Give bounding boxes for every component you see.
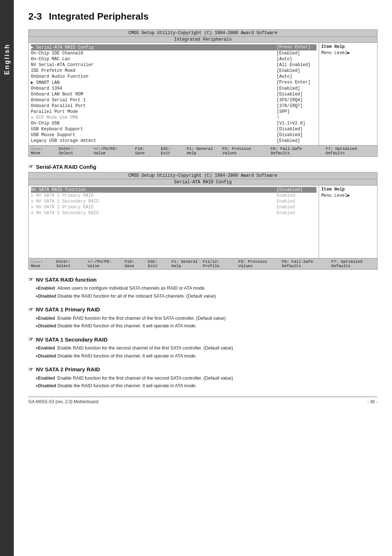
bios-f10: F10: Save	[135, 147, 155, 155]
table-row: ▶ SMART LAN[Press Enter]	[31, 79, 317, 86]
desc-text: Enable RAID function for the first chann…	[57, 315, 377, 322]
main-content: 2-3 Integrated Peripherals CMOS Setup Ut…	[14, 0, 392, 419]
row-label: ▶ SMART LAN	[31, 80, 273, 85]
table-row: x NV SATA 2 Secondary RAIDEnabled	[31, 210, 317, 216]
row-label: NV SATA RAID function	[31, 187, 273, 192]
bios-footer-right: F5: Previous Values F6: Fail-Safe Defaul…	[222, 147, 375, 155]
bios-raid-subtitle: Serial-ATA RAID Config	[29, 179, 377, 185]
desc-text: Enable RAID function for the first chann…	[57, 375, 377, 382]
row-value: [Disabled]	[273, 92, 317, 97]
list-item: »EnabledEnable RAID function for the fir…	[28, 375, 377, 382]
row-label: x NV SATA 1 Secondary RAID	[31, 199, 273, 204]
nv-sata2-primary-desc: »EnabledEnable RAID function for the fir…	[28, 375, 377, 390]
raid-f6: F6: Fail-Safe Defaults	[282, 259, 325, 268]
row-label: On-Chip MAC Lan	[31, 57, 273, 62]
row-value: [378/IRQ7]	[273, 103, 317, 109]
row-value: [Enabled]	[273, 68, 317, 73]
desc-text: Disable the RAID function of this channe…	[57, 383, 377, 389]
bios-f7: F7: Optimized Defaults	[326, 147, 375, 155]
bios-help-col: Item Help Menu Level▶	[319, 43, 377, 145]
table-row: Onboard LAN Boot ROM[Disabled]	[31, 91, 317, 97]
bullet-label: »Enabled	[28, 285, 57, 292]
section-serial-ata-header: ☞ Serial-ATA RAID Config	[28, 163, 377, 170]
desc-text: Enable RAID function for the second chan…	[57, 345, 377, 352]
nv-sata1-primary-arrow-icon: ☞	[28, 306, 33, 313]
table-row: On-Chip IDE Channel0[Enabled]	[31, 50, 317, 56]
help-menu-level: Menu Level▶	[321, 50, 375, 56]
row-value: Enabled	[273, 199, 317, 204]
bullet-label: »Disabled	[28, 293, 57, 300]
row-value: [3F8/IRQ4]	[273, 98, 317, 103]
bullet-label: »Enabled	[28, 345, 57, 352]
footer-right: - 36 -	[367, 399, 377, 404]
bullet-label: »Disabled	[28, 323, 57, 330]
table-row: Onboard 1394[Enabled]	[31, 86, 317, 91]
table-row: USB Keyboard Support[Disabled]	[31, 126, 317, 132]
row-label: Onboard 1394	[31, 86, 273, 91]
table-row: IDE Prefetch Moed[Enabled]	[31, 68, 317, 74]
sidebar: English	[0, 0, 14, 556]
row-label: Onboard Audio Function	[31, 74, 273, 79]
section-num: 2-3	[28, 11, 42, 22]
row-label: x NV SATA 2 Primary RAID	[31, 205, 273, 210]
nv-sata1-secondary-label: NV SATA 1 Secondary RAID	[36, 336, 107, 343]
bios-value: +/-/PU/PD: Value	[94, 147, 129, 155]
row-value: [Disabled]	[273, 132, 317, 138]
row-label: USB Keyboard Support	[31, 127, 273, 132]
desc-text: Disable the RAID function of this channe…	[57, 323, 377, 330]
table-row: USB Mouse Support[Disabled]	[31, 132, 317, 138]
nv-sata-fn-desc: »EnabledAllows users to configure indivi…	[28, 285, 377, 300]
nv-sata1-primary-label: NV SATA 1 Primary RAID	[36, 306, 100, 312]
row-label: Parallel Port Mode	[31, 109, 273, 114]
section-serial-ata-label: Serial-ATA RAID Config	[36, 164, 96, 170]
bios-enter: Enter: Select	[59, 147, 88, 155]
bios-raid-footer-left: ↑↓→←: Move Enter: Select +/-/PU/PD: Valu…	[31, 259, 203, 268]
row-value: [SPP]	[273, 109, 317, 114]
table-row: Onboard Audio Function[Auto]	[31, 74, 317, 79]
list-item: »EnabledEnable RAID function for the sec…	[28, 345, 377, 352]
raid-help-menu: Menu Level▶	[321, 193, 375, 198]
nv-sata2-primary-header: ☞ NV SATA 2 Primary RAID	[28, 366, 377, 373]
row-value: Enabled	[273, 193, 317, 198]
bios-f6: F6: Fail-Safe Defaults	[271, 147, 320, 155]
bullet-label: »Disabled	[28, 383, 57, 389]
bullet-label: »Disabled	[28, 353, 57, 360]
nv-sata1-secondary-arrow-icon: ☞	[28, 336, 33, 343]
nv-sata1-primary-desc: »EnabledEnable RAID function for the fir…	[28, 315, 377, 330]
table-row: x NV SATA 1 Secondary RAIDEnabled	[31, 199, 317, 204]
list-item: »DisabledDisable the RAID function for a…	[28, 293, 377, 300]
nv-sata-raid-fn-header: ☞ NV SATA RAID function	[28, 276, 377, 283]
raid-help-item: Item Help	[321, 187, 375, 192]
bios-raid-body: NV SATA RAID function[Disabled]x NV SATA…	[29, 185, 377, 258]
row-value: [Press Enter]	[273, 45, 317, 50]
raid-f1: F1: General Help	[171, 259, 203, 268]
table-row[interactable]: ▶ Serial-ATA RAID Config[Press Enter]	[31, 44, 317, 50]
bios-esc: ESC: Exit	[161, 147, 181, 155]
bullet-label: »Enabled	[28, 315, 57, 322]
desc-text: Allows users to configure individual SAT…	[57, 285, 377, 292]
row-value: [Enabled]	[273, 51, 317, 56]
bios-main-col: ▶ Serial-ATA RAID Config[Press Enter] On…	[29, 43, 319, 145]
page-title: 2-3 Integrated Peripherals	[28, 11, 377, 22]
table-row[interactable]: NV SATA RAID function[Disabled]	[31, 187, 317, 193]
row-value: [Disabled]	[273, 127, 317, 132]
row-value: [Enabled]	[273, 138, 317, 143]
row-label: Onboard Serial Port 1	[31, 98, 273, 103]
table-row: x NV SATA 1 Primary RAIDEnabled	[31, 193, 317, 199]
row-value: [Disabled]	[273, 187, 317, 192]
bios-f5: F5: Previous Values	[222, 147, 265, 155]
bullet-label: »Enabled	[28, 375, 57, 382]
list-item: »EnabledEnable RAID function for the fir…	[28, 315, 377, 322]
row-label: NV Serial-ATA Controller	[31, 62, 273, 68]
row-label: Legacy USB storage detect	[31, 138, 273, 143]
row-label: On-Chip IDE Channel0	[31, 51, 273, 56]
bios-move: ↑↓→←: Move	[31, 147, 53, 155]
bios-raid-title: CMOS Setup Utility-Copyright (C) 1984-20…	[29, 172, 377, 179]
table-row: x NV SATA 2 Primary RAIDEnabled	[31, 204, 317, 210]
row-value: Enabled	[273, 210, 317, 216]
bios-main-table: CMOS Setup Utility-Copyright (C) 1984-20…	[28, 29, 377, 157]
table-row: Legacy USB storage detect[Enabled]	[31, 138, 317, 144]
raid-f7: F7: Optimized Defaults	[331, 259, 375, 268]
table-row: On-Chip MAC Lan[Auto]	[31, 56, 317, 62]
row-label: USB Mouse Support	[31, 132, 273, 138]
